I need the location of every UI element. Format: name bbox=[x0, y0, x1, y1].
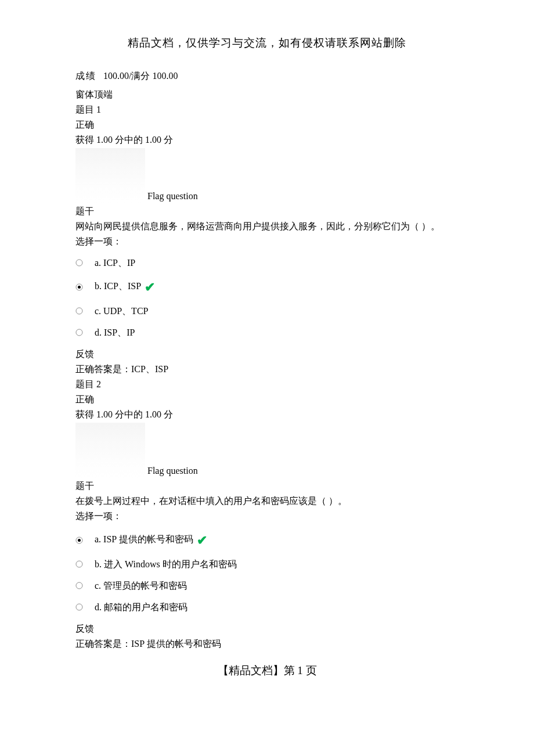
question-status: 正确 bbox=[75, 393, 459, 406]
checkmark-icon: ✔ bbox=[197, 531, 207, 550]
radio-unchecked-icon[interactable] bbox=[75, 307, 83, 315]
feedback-label: 反馈 bbox=[75, 622, 459, 636]
flag-placeholder bbox=[75, 148, 145, 203]
option-label: b. ICP、ISP✔ bbox=[95, 278, 155, 297]
option-row[interactable]: d. 邮箱的用户名和密码 bbox=[75, 600, 459, 614]
option-row[interactable]: d. ISP、IP bbox=[75, 326, 459, 340]
stem-label: 题干 bbox=[75, 204, 459, 218]
option-row[interactable]: c. 管理员的帐号和密码 bbox=[75, 579, 459, 593]
question-stem: 在拨号上网过程中，在对话框中填入的用户名和密码应该是（ ）。 bbox=[75, 494, 459, 508]
flag-placeholder bbox=[75, 423, 145, 478]
svg-point-8 bbox=[76, 582, 82, 589]
svg-point-6 bbox=[78, 539, 81, 542]
checkmark-icon: ✔ bbox=[145, 278, 155, 297]
question-points: 获得 1.00 分中的 1.00 分 bbox=[75, 408, 459, 422]
flag-question-label[interactable]: Flag question bbox=[147, 191, 198, 201]
option-row[interactable]: c. UDP、TCP bbox=[75, 304, 459, 318]
svg-point-9 bbox=[76, 604, 82, 610]
option-row[interactable]: a. ICP、IP bbox=[75, 256, 459, 270]
radio-checked-icon[interactable] bbox=[75, 537, 83, 544]
svg-point-4 bbox=[76, 329, 82, 336]
stem-label: 题干 bbox=[75, 479, 459, 493]
correct-answer: 正确答案是：ISP 提供的帐号和密码 bbox=[75, 637, 459, 651]
radio-unchecked-icon[interactable] bbox=[75, 560, 83, 568]
option-row[interactable]: b. ICP、ISP✔ bbox=[75, 278, 459, 297]
flag-question-label[interactable]: Flag question bbox=[147, 466, 198, 476]
option-label: d. ISP、IP bbox=[95, 326, 135, 340]
svg-point-2 bbox=[78, 286, 81, 289]
score-value: 100.00/满分 100.00 bbox=[103, 71, 178, 81]
svg-point-7 bbox=[76, 561, 82, 567]
option-row[interactable]: b. 进入 Windows 时的用户名和密码 bbox=[75, 557, 459, 571]
question-stem: 网站向网民提供信息服务，网络运营商向用户提供接入服务，因此，分别称它们为（ ）。 bbox=[75, 219, 459, 233]
score-line: 成绩 100.00/满分 100.00 bbox=[75, 69, 459, 83]
page-footer: 【精品文档】第 1 页 bbox=[75, 663, 459, 679]
radio-unchecked-icon[interactable] bbox=[75, 329, 83, 336]
correct-answer: 正确答案是：ICP、ISP bbox=[75, 362, 459, 376]
radio-unchecked-icon[interactable] bbox=[75, 582, 83, 589]
option-label: d. 邮箱的用户名和密码 bbox=[95, 600, 187, 614]
flag-question-row: Flag question bbox=[75, 423, 459, 478]
question-status: 正确 bbox=[75, 118, 459, 132]
header-notice: 精品文档，仅供学习与交流，如有侵权请联系网站删除 bbox=[75, 35, 459, 52]
option-label: c. 管理员的帐号和密码 bbox=[95, 579, 187, 593]
question-points: 获得 1.00 分中的 1.00 分 bbox=[75, 133, 459, 147]
question-title: 题目 2 bbox=[75, 377, 459, 391]
option-label: a. ISP 提供的帐号和密码✔ bbox=[95, 531, 207, 550]
flag-question-row: Flag question bbox=[75, 148, 459, 203]
question-title: 题目 1 bbox=[75, 103, 459, 117]
radio-checked-icon[interactable] bbox=[75, 283, 83, 291]
select-one: 选择一项： bbox=[75, 509, 459, 523]
radio-unchecked-icon[interactable] bbox=[75, 603, 83, 611]
option-row[interactable]: a. ISP 提供的帐号和密码✔ bbox=[75, 531, 459, 550]
window-top: 窗体顶端 bbox=[75, 88, 459, 102]
option-label: a. ICP、IP bbox=[95, 256, 135, 270]
svg-point-0 bbox=[76, 260, 82, 266]
option-label: c. UDP、TCP bbox=[95, 304, 148, 318]
option-label: b. 进入 Windows 时的用户名和密码 bbox=[95, 557, 237, 571]
feedback-label: 反馈 bbox=[75, 347, 459, 361]
svg-point-3 bbox=[76, 308, 82, 314]
score-label: 成绩 bbox=[75, 71, 96, 81]
select-one: 选择一项： bbox=[75, 235, 459, 249]
radio-unchecked-icon[interactable] bbox=[75, 259, 83, 267]
